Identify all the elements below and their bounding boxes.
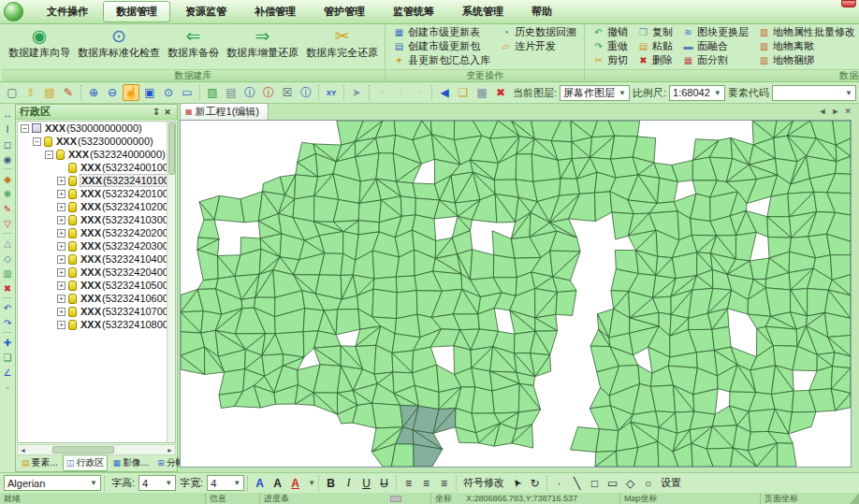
document-tab[interactable]: ▦ 新工程1(编辑) xyxy=(180,103,269,120)
coordinate-locate-icon[interactable]: XY xyxy=(323,84,340,101)
map-canvas[interactable] xyxy=(180,120,852,468)
align-right-button[interactable]: ≡ xyxy=(436,475,452,491)
parcel-polygon[interactable] xyxy=(516,154,533,182)
layers-tool-icon[interactable]: ❏ xyxy=(1,351,14,364)
menu-tab[interactable]: 帮助 xyxy=(518,1,565,22)
triangle-tool-icon[interactable]: △ xyxy=(1,237,14,250)
tree-item[interactable]: +XXX(532324103000) xyxy=(18,213,175,226)
parcel-polygon[interactable] xyxy=(372,289,397,318)
contiguous-development-button[interactable]: ▱连片开发 xyxy=(497,39,579,53)
expand-icon[interactable]: + xyxy=(57,229,66,238)
parcel-polygon[interactable] xyxy=(595,192,612,222)
flash-tool-icon[interactable]: ◀ xyxy=(436,84,453,101)
menu-tab[interactable]: 补偿管理 xyxy=(241,1,309,22)
feature-disperse-button[interactable]: ▥地物离散 xyxy=(755,39,858,53)
expand-icon[interactable]: + xyxy=(57,203,66,211)
font-color-red[interactable]: A xyxy=(287,475,303,491)
pan-tool-icon[interactable]: ☝ xyxy=(123,84,139,101)
parcel-polygon[interactable] xyxy=(638,366,652,387)
collapse-icon[interactable]: − xyxy=(45,151,53,159)
panel-tab[interactable]: ▤要素... xyxy=(18,454,62,471)
measure-tool-icon[interactable]: ↔ xyxy=(1,108,14,121)
menu-tab[interactable]: 资源监管 xyxy=(172,1,240,22)
parcel-polygon[interactable] xyxy=(472,387,494,413)
ellipse-tool[interactable]: ○ xyxy=(640,475,656,491)
expand-icon[interactable]: + xyxy=(57,177,66,185)
document-view-icon[interactable]: ▤ xyxy=(223,84,240,101)
parcel-polygon[interactable] xyxy=(471,250,494,280)
panel-tab[interactable]: ▦影像... xyxy=(109,454,153,471)
tree-vertical-scrollbar[interactable] xyxy=(167,122,175,442)
tree-item[interactable]: −XXX(532300000000) xyxy=(18,135,175,148)
expand-icon[interactable]: + xyxy=(57,216,66,224)
feature-bundle-button[interactable]: ▥地物捆绑 xyxy=(755,53,858,67)
parcel-polygon[interactable] xyxy=(336,309,360,334)
parcel-polygon[interactable] xyxy=(241,297,255,309)
tree-item[interactable]: −XXX(532324000000) xyxy=(18,148,175,161)
redo-button[interactable]: ↷重做 xyxy=(590,39,631,53)
parcel-polygon[interactable] xyxy=(214,195,244,222)
edit-document-icon[interactable]: ✎ xyxy=(60,84,77,101)
symbol-modify-button[interactable]: 符号修改 xyxy=(463,476,504,490)
undo-button[interactable]: ↶撤销 xyxy=(590,25,631,39)
expand-icon[interactable]: + xyxy=(57,281,66,290)
select-cursor-icon[interactable]: ➤ xyxy=(348,84,365,101)
paste-button[interactable]: ▤粘贴 xyxy=(634,39,676,53)
image-display-icon[interactable]: ▧ xyxy=(204,84,221,101)
export-data-icon[interactable]: ▤ xyxy=(41,84,58,101)
scroll-left-icon[interactable]: ◄ xyxy=(18,447,28,454)
tree-item[interactable]: +XXX(532324201000) xyxy=(18,187,175,200)
menu-tab[interactable]: 数据管理 xyxy=(103,1,170,22)
import-data-icon[interactable]: ⇧ xyxy=(22,84,39,101)
zoom-in-icon[interactable]: ⊕ xyxy=(85,84,102,101)
parcel-polygon[interactable] xyxy=(560,179,580,195)
align-center-button[interactable]: ≡ xyxy=(418,475,434,491)
scale-select[interactable]: 1:68042 ▼ xyxy=(669,85,725,101)
resize-grip[interactable] xyxy=(850,493,859,504)
parcel-polygon[interactable] xyxy=(571,427,600,453)
tree-item[interactable]: +XXX(532324108000) xyxy=(18,318,175,331)
parcel-polygon[interactable] xyxy=(596,429,619,453)
settings-button[interactable]: 设置 xyxy=(661,476,681,490)
expand-icon[interactable]: + xyxy=(57,255,66,264)
polygon-split-button[interactable]: ▦面分割 xyxy=(679,53,751,67)
network-tool-icon[interactable]: ❋ xyxy=(1,187,14,200)
tab-next-icon[interactable]: ► xyxy=(832,107,840,116)
char-height-select[interactable]: 4 ▼ xyxy=(138,475,176,491)
db-full-restore-button[interactable]: ✂数据库完全还原 xyxy=(302,25,382,59)
block-change-layer-button[interactable]: ≋图块更换层 xyxy=(679,25,751,39)
menu-tab[interactable]: 文件操作 xyxy=(34,1,101,22)
disabled-tool-2-icon[interactable]: ▫ xyxy=(392,84,409,101)
region-select-icon[interactable]: ▦ xyxy=(473,84,490,101)
angle-tool-icon[interactable]: ∠ xyxy=(1,366,14,379)
feature-info-icon[interactable]: ⓘ xyxy=(241,84,258,101)
tree-item[interactable]: +XXX(532324202000) xyxy=(18,226,175,239)
tree-item[interactable]: +XXX(532324107000) xyxy=(18,305,175,318)
parcel-polygon[interactable] xyxy=(219,369,245,396)
chevron-down-icon[interactable]: ▼ xyxy=(308,479,315,487)
diamond-shape-tool[interactable]: ◇ xyxy=(622,475,638,491)
close-window-button[interactable] xyxy=(841,0,856,7)
county-package-import-button[interactable]: ✦县更新包汇总入库 xyxy=(390,53,493,67)
parcel-polygon[interactable] xyxy=(767,194,790,217)
db-standard-check-button[interactable]: ⊙数据库标准化检查 xyxy=(74,25,164,59)
parcel-polygon[interactable] xyxy=(198,220,219,239)
cut-button[interactable]: ✂剪切 xyxy=(590,53,631,67)
panel-tab[interactable]: ◫行政区 xyxy=(63,454,109,471)
parcel-polygon[interactable] xyxy=(197,279,218,289)
funnel-tool-icon[interactable]: ▽ xyxy=(1,217,14,230)
align-left-button[interactable]: ≡ xyxy=(400,475,416,491)
draw-pen-tool-icon[interactable]: ✎ xyxy=(1,202,14,215)
char-width-select[interactable]: 4 ▼ xyxy=(207,475,244,491)
tree-item[interactable]: +XXX(532324106000) xyxy=(18,292,175,305)
parcel-polygon[interactable] xyxy=(493,255,517,278)
layer-manager-icon[interactable]: ❏ xyxy=(455,84,472,101)
rounded-rect-tool[interactable]: ▭ xyxy=(604,475,620,491)
create-city-update-package-button[interactable]: ▤创建市级更新包 xyxy=(390,39,493,53)
move-tool-icon[interactable]: ✚ xyxy=(1,336,14,349)
expand-icon[interactable]: + xyxy=(57,268,66,277)
full-extent-icon[interactable]: ▭ xyxy=(179,84,196,101)
parcel-polygon[interactable] xyxy=(400,196,415,217)
parcel-polygon[interactable] xyxy=(789,411,816,434)
parcel-polygon[interactable] xyxy=(391,444,414,467)
